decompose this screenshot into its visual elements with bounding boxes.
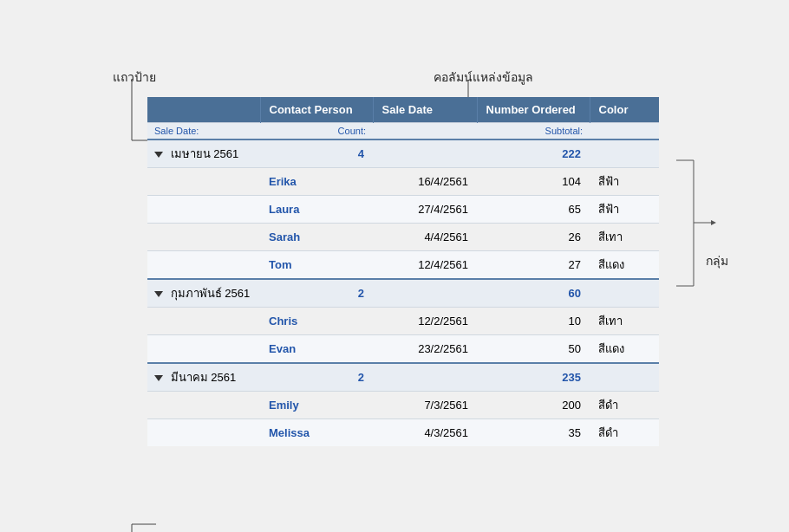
group-count-cell: 4 [260,139,373,168]
row-name: Laura [260,196,373,224]
triangle-icon [154,375,163,381]
row-tag [147,308,260,335]
row-name: Chris [260,308,373,335]
row-tag [147,251,260,280]
row-color: สีแดง [590,251,659,280]
group-subtotal-cell: 60 [477,279,590,308]
row-number: 104 [477,168,590,196]
row-date: 4/4/2561 [373,224,477,251]
group-subtotal-cell: 235 [477,363,590,392]
column-annotation-label: คอลัมน์แหล่งข้อมูล [434,68,533,87]
row-color: สีดำ [590,392,659,419]
group-header-group3[interactable]: มีนาคม 2561 2 235 [147,363,659,392]
row-color: สีเทา [590,224,659,251]
row-date: 7/3/2561 [373,392,477,419]
table-container: Contact Person Sale Date Number Ordered … [147,97,659,446]
row-number: 200 [477,392,590,419]
table-row: Laura 27/4/2561 65 สีฟ้า [147,196,659,224]
row-color: สีฟ้า [590,168,659,196]
row-tag [147,168,260,196]
row-name: Sarah [260,224,373,251]
row-number: 26 [477,224,590,251]
sale-date-label: Sale Date: [147,123,260,140]
group-date-empty [373,363,477,392]
row-color: สีเทา [590,308,659,335]
group-name-text: มีนาคม 2561 [171,371,237,384]
group-color-empty [590,279,659,308]
row-date: 12/2/2561 [373,308,477,335]
col-header-color: Color [590,97,659,123]
row-name: Erika [260,168,373,196]
row-number: 50 [477,335,590,364]
triangle-icon [154,291,163,297]
group-color-empty [590,363,659,392]
row-name: Emily [260,392,373,419]
table-row: Tom 12/4/2561 27 สีแดง [147,251,659,280]
table-row: Chris 12/2/2561 10 สีเทา [147,308,659,335]
data-table: Contact Person Sale Date Number Ordered … [147,97,659,446]
table-row: Melissa 4/3/2561 35 สีดำ [147,419,659,447]
group-name-cell: เมษายน 2561 [147,139,260,168]
group-name-text: เมษายน 2561 [171,147,239,160]
group-name-text: กุมภาพันธ์ 2561 [171,287,251,300]
row-date: 23/2/2561 [373,335,477,364]
col-header-contact: Contact Person [260,97,373,123]
tag-annotation-label: แถวป้าย [113,68,156,87]
row-name: Evan [260,335,373,364]
empty-label [373,123,477,140]
row-date: 12/4/2561 [373,251,477,280]
row-number: 35 [477,419,590,447]
col-header-tag [147,97,260,123]
row-tag [147,392,260,419]
row-color: สีแดง [590,335,659,364]
group-name-cell: กุมภาพันธ์ 2561 [147,279,260,308]
count-label: Count: [260,123,373,140]
table-row: Erika 16/4/2561 104 สีฟ้า [147,168,659,196]
table-header-row: Contact Person Sale Date Number Ordered … [147,97,659,123]
row-date: 27/4/2561 [373,196,477,224]
row-name: Tom [260,251,373,280]
group-color-empty [590,139,659,168]
row-tag [147,419,260,447]
group-header-group1[interactable]: เมษายน 2561 4 222 [147,139,659,168]
table-row: Evan 23/2/2561 50 สีแดง [147,335,659,364]
row-number: 27 [477,251,590,280]
row-number: 10 [477,308,590,335]
group-date-empty [373,279,477,308]
group-subtotal-cell: 222 [477,139,590,168]
row-name: Melissa [260,419,373,447]
group-date-empty [373,139,477,168]
group-annotation-label: กลุ่ม [706,251,728,270]
row-tag [147,335,260,364]
group-count-cell: 2 [260,363,373,392]
row-date: 4/3/2561 [373,419,477,447]
group-header-group2[interactable]: กุมภาพันธ์ 2561 2 60 [147,279,659,308]
row-color: สีดำ [590,419,659,447]
table-row: Sarah 4/4/2561 26 สีเทา [147,224,659,251]
triangle-icon [154,152,163,158]
group-count-cell: 2 [260,279,373,308]
col-header-numberordered: Number Ordered [477,97,590,123]
row-number: 65 [477,196,590,224]
subtotal-label: Subtotal: [477,123,590,140]
group-labels-row: Sale Date: Count: Subtotal: [147,123,659,140]
row-tag [147,196,260,224]
row-color: สีฟ้า [590,196,659,224]
col-header-saledate: Sale Date [373,97,477,123]
color-label-empty [590,123,659,140]
svg-marker-9 [711,220,716,225]
row-date: 16/4/2561 [373,168,477,196]
row-tag [147,224,260,251]
group-name-cell: มีนาคม 2561 [147,363,260,392]
table-row: Emily 7/3/2561 200 สีดำ [147,392,659,419]
